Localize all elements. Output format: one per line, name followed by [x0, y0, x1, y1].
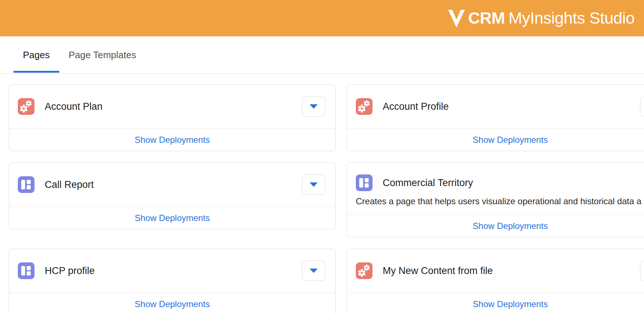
card-title: Account Plan — [45, 101, 302, 112]
show-deployments-link[interactable]: Show Deployments — [135, 213, 210, 223]
card-title: Account Profile — [383, 101, 640, 112]
card-footer: Show Deployments — [9, 206, 335, 229]
card-header: Commercial Territory — [347, 163, 644, 191]
tab-pages[interactable]: Pages — [13, 36, 59, 73]
veeva-v-icon — [447, 8, 466, 28]
page-card: Account Plan Show Deployments — [9, 84, 336, 151]
show-deployments-link[interactable]: Show Deployments — [473, 135, 548, 145]
card-actions-dropdown-button[interactable] — [640, 261, 644, 281]
brand-logo: CRM MyInsights Studio — [447, 8, 635, 28]
show-deployments-link[interactable]: Show Deployments — [473, 299, 548, 309]
card-actions-dropdown-button[interactable] — [302, 96, 325, 117]
page-card: My New Content from file Show Deployment… — [347, 249, 644, 314]
layout-icon — [18, 262, 35, 279]
card-footer: Show Deployments — [347, 214, 644, 237]
card-footer: Show Deployments — [347, 128, 644, 151]
tab-page-templates[interactable]: Page Templates — [59, 36, 146, 73]
show-deployments-link[interactable]: Show Deployments — [473, 221, 548, 231]
card-footer: Show Deployments — [347, 293, 644, 314]
card-title: HCP profile — [45, 265, 302, 277]
page-card: HCP profile Show Deployments — [9, 249, 336, 314]
app-header: CRM MyInsights Studio — [0, 0, 644, 36]
show-deployments-link[interactable]: Show Deployments — [135, 135, 210, 145]
layout-icon — [18, 176, 35, 193]
brand-text-myinsights-studio: MyInsights Studio — [508, 9, 635, 28]
page-card: Account Profile Show Deployments — [347, 84, 644, 151]
gears-icon — [356, 262, 373, 279]
page-card-grid: Account Plan Show Deployments Account Pr… — [0, 74, 644, 314]
card-header: Account Profile — [347, 85, 644, 128]
card-actions-dropdown-button[interactable] — [302, 174, 325, 195]
card-title: Call Report — [45, 179, 302, 190]
gears-icon — [356, 98, 373, 115]
card-title: Commercial Territory — [383, 177, 644, 189]
show-deployments-link[interactable]: Show Deployments — [135, 299, 210, 309]
chevron-down-icon — [310, 104, 318, 109]
card-description: Creates a page that helps users visualiz… — [347, 191, 644, 214]
card-footer: Show Deployments — [9, 128, 335, 151]
tab-bar: Pages Page Templates — [0, 36, 644, 74]
card-header: Account Plan — [9, 85, 335, 128]
page-card: Commercial Territory Creates a page that… — [347, 162, 644, 237]
card-actions-dropdown-button[interactable] — [640, 96, 644, 117]
page-card: Call Report Show Deployments — [9, 162, 336, 229]
chevron-down-icon — [310, 182, 318, 187]
layout-icon — [356, 174, 373, 191]
card-actions-dropdown-button[interactable] — [302, 261, 325, 281]
card-title: My New Content from file — [383, 265, 640, 277]
brand-text-crm: CRM — [468, 9, 505, 28]
card-footer: Show Deployments — [9, 293, 335, 314]
card-header: HCP profile — [9, 249, 335, 293]
card-header: Call Report — [9, 163, 335, 206]
card-header: My New Content from file — [347, 249, 644, 293]
gears-icon — [18, 98, 35, 115]
chevron-down-icon — [310, 269, 318, 273]
